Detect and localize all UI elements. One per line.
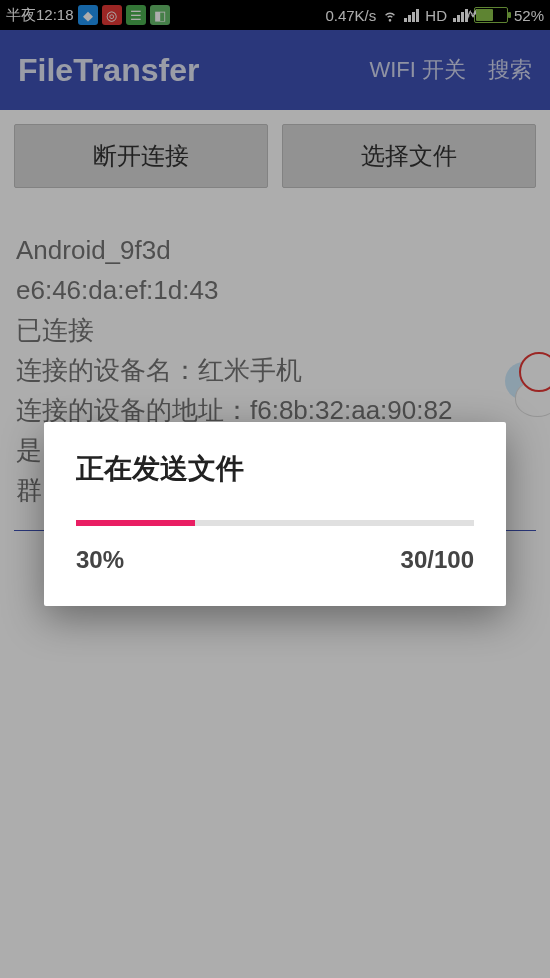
progress-bar-fill <box>76 520 195 526</box>
progress-dialog: 正在发送文件 30% 30/100 <box>44 422 506 606</box>
progress-percent: 30% <box>76 546 124 574</box>
progress-bar <box>76 520 474 526</box>
dialog-title: 正在发送文件 <box>76 450 474 488</box>
progress-count: 30/100 <box>401 546 474 574</box>
